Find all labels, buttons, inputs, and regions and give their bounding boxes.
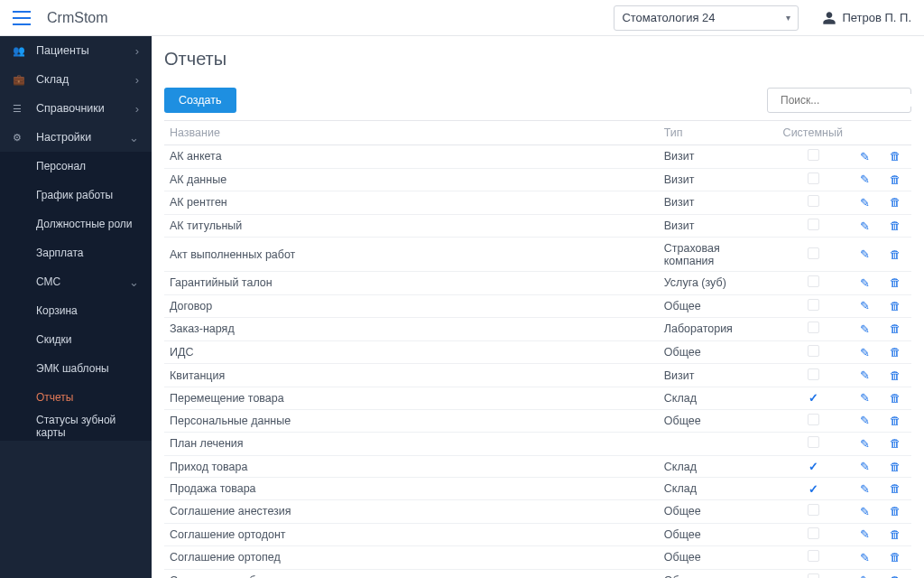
edit-icon[interactable]: ✎ [860, 392, 870, 405]
delete-icon[interactable]: 🗑 [890, 482, 901, 495]
delete-icon[interactable]: 🗑 [890, 173, 901, 186]
delete-icon[interactable]: 🗑 [890, 551, 901, 564]
toolbar: Создать [164, 88, 911, 113]
table-row[interactable]: Соглашение отбеливаниеОбщее✎🗑 [164, 569, 911, 578]
delete-icon[interactable]: 🗑 [890, 196, 901, 209]
cell-type [659, 433, 778, 456]
table-row[interactable]: ДоговорОбщее✎🗑 [164, 294, 911, 318]
sidebar-sub-item[interactable]: СМС⌄ [0, 267, 152, 296]
cell-name: Персональные данные [164, 409, 659, 433]
table-row[interactable]: Персональные данныеОбщее✎🗑 [164, 409, 911, 433]
cell-name: Акт выполненных работ [164, 238, 659, 272]
delete-icon[interactable]: 🗑 [890, 300, 901, 312]
delete-icon[interactable]: 🗑 [890, 505, 901, 517]
table-row[interactable]: Соглашение ортопедОбщее✎🗑 [164, 546, 911, 570]
edit-icon[interactable]: ✎ [860, 415, 870, 427]
cell-type: Общее [659, 294, 778, 318]
edit-icon[interactable]: ✎ [860, 323, 870, 336]
table-row[interactable]: Заказ-нарядЛаборатория✎🗑 [164, 318, 911, 341]
edit-icon[interactable]: ✎ [860, 483, 870, 496]
user-name: Петров П. П. [842, 11, 911, 24]
table-row[interactable]: ИДСОбщее✎🗑 [164, 340, 911, 364]
sidebar-sub-item[interactable]: Зарплата [0, 238, 152, 267]
user-menu[interactable]: Петров П. П. [822, 11, 911, 25]
sidebar-item-patients[interactable]: 👥 Пациенты › [0, 36, 152, 65]
sidebar-item-warehouse[interactable]: 💼 Склад › [0, 65, 152, 94]
table-row[interactable]: АК титульныйВизит✎🗑 [164, 214, 911, 238]
edit-icon[interactable]: ✎ [860, 220, 870, 233]
table-row[interactable]: Перемещение товараСклад✓✎🗑 [164, 387, 911, 409]
edit-icon[interactable]: ✎ [860, 369, 870, 382]
cell-name: АК анкета [164, 145, 659, 169]
delete-icon[interactable]: 🗑 [890, 150, 901, 163]
delete-icon[interactable]: 🗑 [890, 437, 901, 450]
checkbox-empty-icon [808, 299, 819, 311]
sidebar-sub-item[interactable]: Отчеты [0, 383, 152, 412]
table-row[interactable]: Соглашение ортодонтОбщее✎🗑 [164, 523, 911, 546]
delete-icon[interactable]: 🗑 [890, 219, 901, 232]
table-row[interactable]: АК анкетаВизит✎🗑 [164, 145, 911, 169]
delete-icon[interactable]: 🗑 [890, 528, 901, 541]
table-row[interactable]: АК данныеВизит✎🗑 [164, 168, 911, 191]
table-row[interactable]: Гарантийный талонУслуга (зуб)✎🗑 [164, 271, 911, 294]
warehouse-icon: 💼 [13, 74, 25, 86]
sidebar-sub-item[interactable]: Корзина [0, 296, 152, 325]
cell-name: Гарантийный талон [164, 271, 659, 294]
sidebar-sub-item[interactable]: Статусы зубной карты [0, 412, 152, 441]
table-row[interactable]: Приход товараСклад✓✎🗑 [164, 455, 911, 478]
sidebar-sub-item[interactable]: Скидки [0, 325, 152, 354]
sidebar-sub-item[interactable]: ЭМК шаблоны [0, 354, 152, 383]
sidebar-sub-item[interactable]: Персонал [0, 152, 152, 181]
delete-icon[interactable]: 🗑 [890, 369, 901, 382]
list-icon: ☰ [13, 103, 25, 115]
table-row[interactable]: План лечения✎🗑 [164, 433, 911, 456]
cell-type: Визит [659, 214, 778, 238]
table-row[interactable]: АК рентгенВизит✎🗑 [164, 191, 911, 215]
create-button[interactable]: Создать [164, 88, 236, 113]
edit-icon[interactable]: ✎ [860, 248, 870, 261]
edit-icon[interactable]: ✎ [860, 552, 870, 564]
sidebar: 👥 Пациенты › 💼 Склад › ☰ Справочники › ⚙… [0, 36, 152, 578]
edit-icon[interactable]: ✎ [860, 347, 870, 359]
edit-icon[interactable]: ✎ [860, 461, 870, 473]
delete-icon[interactable]: 🗑 [890, 346, 901, 359]
edit-icon[interactable]: ✎ [860, 277, 870, 290]
chevron-right-icon: › [135, 44, 139, 58]
edit-icon[interactable]: ✎ [860, 300, 870, 312]
page-title: Отчеты [164, 49, 911, 70]
edit-icon[interactable]: ✎ [860, 438, 870, 451]
delete-icon[interactable]: 🗑 [890, 415, 901, 427]
edit-icon[interactable]: ✎ [860, 574, 870, 578]
sidebar-item-directories[interactable]: ☰ Справочники › [0, 94, 152, 123]
delete-icon[interactable]: 🗑 [890, 461, 901, 473]
reports-table: Название Тип Системный АК анкетаВизит✎🗑А… [164, 120, 911, 578]
edit-icon[interactable]: ✎ [860, 151, 870, 163]
delete-icon[interactable]: 🗑 [890, 276, 901, 289]
search-input[interactable] [781, 94, 916, 107]
table-row[interactable]: Соглашение анестезияОбщее✎🗑 [164, 499, 911, 523]
sidebar-sub-item[interactable]: Должностные роли [0, 210, 152, 238]
delete-icon[interactable]: 🗑 [890, 392, 901, 405]
cell-type: Лаборатория [659, 318, 778, 341]
search-box[interactable] [767, 88, 911, 113]
col-header-system[interactable]: Системный [778, 121, 849, 145]
delete-icon[interactable]: 🗑 [890, 248, 901, 261]
cell-name: АК рентген [164, 191, 659, 215]
cell-name: План лечения [164, 433, 659, 456]
delete-icon[interactable]: 🗑 [890, 574, 901, 578]
sidebar-item-settings[interactable]: ⚙ Настройки ⌄ [0, 123, 152, 152]
delete-icon[interactable]: 🗑 [890, 322, 901, 335]
edit-icon[interactable]: ✎ [860, 173, 870, 186]
table-row[interactable]: Продажа товараСклад✓✎🗑 [164, 478, 911, 500]
edit-icon[interactable]: ✎ [860, 506, 870, 518]
menu-toggle-icon[interactable] [13, 11, 31, 25]
col-header-name[interactable]: Название [164, 121, 659, 145]
table-row[interactable]: Акт выполненных работСтраховая компания✎… [164, 238, 911, 272]
col-header-type[interactable]: Тип [659, 121, 778, 145]
sidebar-sub-item[interactable]: График работы [0, 181, 152, 210]
clinic-select[interactable]: Стоматология 24 ▾ [614, 5, 799, 31]
edit-icon[interactable]: ✎ [860, 197, 870, 210]
table-row[interactable]: КвитанцияВизит✎🗑 [164, 364, 911, 387]
edit-icon[interactable]: ✎ [860, 528, 870, 541]
cell-name: Соглашение ортодонт [164, 523, 659, 546]
